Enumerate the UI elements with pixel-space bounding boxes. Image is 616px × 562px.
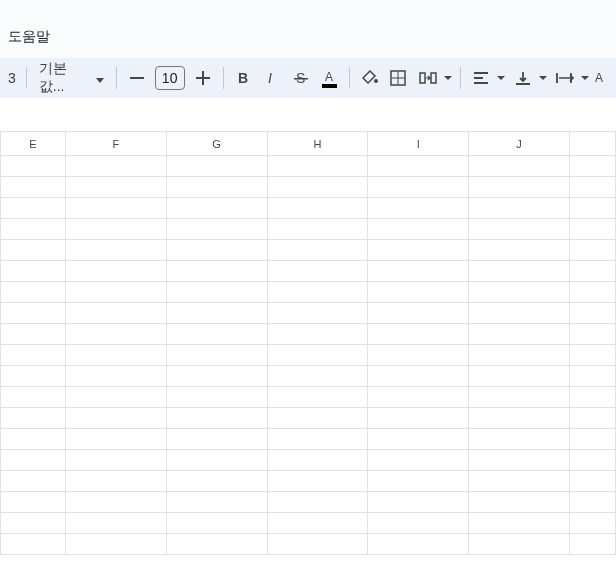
- cell[interactable]: [166, 282, 267, 303]
- cell[interactable]: [570, 387, 616, 408]
- cell[interactable]: [1, 240, 66, 261]
- column-header[interactable]: I: [368, 132, 469, 156]
- cell[interactable]: [1, 282, 66, 303]
- cell[interactable]: [469, 177, 570, 198]
- cell[interactable]: [570, 240, 616, 261]
- menu-help[interactable]: 도움말: [8, 28, 50, 44]
- cell[interactable]: [166, 471, 267, 492]
- cell[interactable]: [267, 366, 368, 387]
- cell[interactable]: [65, 219, 166, 240]
- cell[interactable]: [570, 408, 616, 429]
- cell[interactable]: [1, 261, 66, 282]
- cell[interactable]: [368, 219, 469, 240]
- cell[interactable]: [65, 156, 166, 177]
- cell[interactable]: [65, 387, 166, 408]
- cell[interactable]: [469, 240, 570, 261]
- font-family-select[interactable]: 기본값...: [33, 60, 110, 96]
- cell[interactable]: [267, 387, 368, 408]
- cell[interactable]: [469, 219, 570, 240]
- text-color-button[interactable]: A: [316, 64, 343, 92]
- cell[interactable]: [570, 492, 616, 513]
- cell[interactable]: [368, 324, 469, 345]
- cell[interactable]: [570, 324, 616, 345]
- cell[interactable]: [166, 177, 267, 198]
- cell[interactable]: [368, 345, 469, 366]
- italic-button[interactable]: I: [258, 64, 285, 92]
- cell[interactable]: [65, 261, 166, 282]
- cell[interactable]: [65, 303, 166, 324]
- cell[interactable]: [1, 429, 66, 450]
- cell[interactable]: [368, 534, 469, 555]
- horizontal-align-button[interactable]: [467, 64, 507, 92]
- cell[interactable]: [469, 408, 570, 429]
- cell[interactable]: [469, 387, 570, 408]
- column-header[interactable]: F: [65, 132, 166, 156]
- cell[interactable]: [469, 156, 570, 177]
- cell[interactable]: [469, 303, 570, 324]
- cell[interactable]: [65, 408, 166, 429]
- cell[interactable]: [469, 324, 570, 345]
- cell[interactable]: [368, 408, 469, 429]
- cell[interactable]: [469, 471, 570, 492]
- cell[interactable]: [65, 429, 166, 450]
- cell[interactable]: [570, 345, 616, 366]
- cell[interactable]: [166, 387, 267, 408]
- cell[interactable]: [570, 303, 616, 324]
- cell[interactable]: [166, 429, 267, 450]
- cell[interactable]: [166, 198, 267, 219]
- cell[interactable]: [1, 177, 66, 198]
- cell[interactable]: [570, 219, 616, 240]
- cell[interactable]: [267, 282, 368, 303]
- cell[interactable]: [1, 387, 66, 408]
- cell[interactable]: [469, 513, 570, 534]
- cell[interactable]: [469, 534, 570, 555]
- cell[interactable]: [1, 345, 66, 366]
- cell[interactable]: [368, 429, 469, 450]
- cell[interactable]: [166, 513, 267, 534]
- cell[interactable]: [570, 282, 616, 303]
- cell[interactable]: [267, 156, 368, 177]
- cell[interactable]: [570, 366, 616, 387]
- cell[interactable]: [1, 492, 66, 513]
- cell[interactable]: [1, 366, 66, 387]
- cell[interactable]: [1, 534, 66, 555]
- cell[interactable]: [469, 366, 570, 387]
- cell[interactable]: [570, 450, 616, 471]
- cell[interactable]: [570, 429, 616, 450]
- cell[interactable]: [1, 408, 66, 429]
- cell[interactable]: [368, 366, 469, 387]
- cell[interactable]: [267, 534, 368, 555]
- cell[interactable]: [368, 387, 469, 408]
- cell[interactable]: [65, 513, 166, 534]
- borders-button[interactable]: [385, 64, 412, 92]
- cell[interactable]: [267, 345, 368, 366]
- cell[interactable]: [1, 513, 66, 534]
- cell[interactable]: [368, 513, 469, 534]
- cell[interactable]: [469, 492, 570, 513]
- cell[interactable]: [166, 345, 267, 366]
- cell[interactable]: [469, 345, 570, 366]
- cell[interactable]: [267, 177, 368, 198]
- vertical-align-button[interactable]: [509, 64, 549, 92]
- font-size-decrease-button[interactable]: [123, 64, 151, 92]
- merge-cells-button[interactable]: [414, 64, 454, 92]
- bold-button[interactable]: B: [230, 64, 257, 92]
- cell[interactable]: [570, 261, 616, 282]
- cell[interactable]: [65, 240, 166, 261]
- cell[interactable]: [65, 345, 166, 366]
- cell[interactable]: [1, 450, 66, 471]
- cell[interactable]: [1, 219, 66, 240]
- cell[interactable]: [166, 450, 267, 471]
- cell[interactable]: [1, 303, 66, 324]
- cell[interactable]: [166, 240, 267, 261]
- cell[interactable]: [166, 534, 267, 555]
- cell[interactable]: [65, 471, 166, 492]
- column-header[interactable]: E: [1, 132, 66, 156]
- cell[interactable]: [166, 492, 267, 513]
- cell[interactable]: [368, 261, 469, 282]
- cell[interactable]: [166, 366, 267, 387]
- cell[interactable]: [166, 156, 267, 177]
- cell[interactable]: [1, 156, 66, 177]
- cell[interactable]: [368, 240, 469, 261]
- column-header[interactable]: J: [469, 132, 570, 156]
